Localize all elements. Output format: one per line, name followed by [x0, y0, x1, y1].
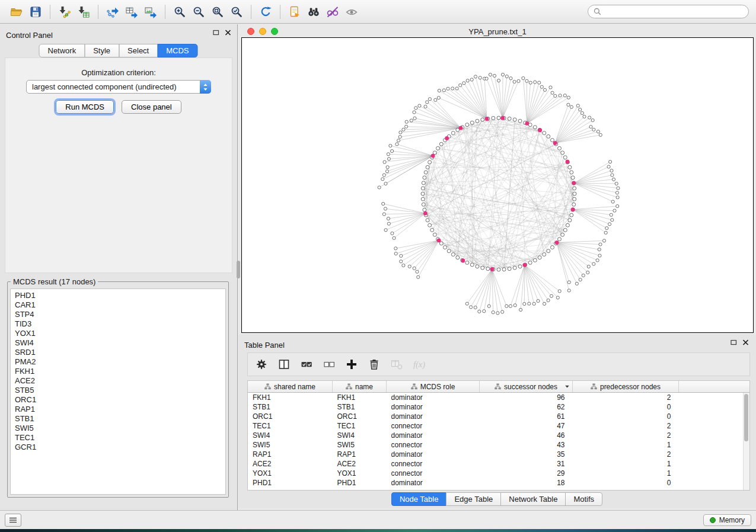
panel-list-button[interactable]	[5, 514, 21, 527]
add-column-button[interactable]	[343, 355, 361, 373]
table-column-icon	[591, 383, 597, 390]
column-header-predecessors[interactable]: predecessor nodes	[573, 381, 679, 393]
table-panel-float-icon[interactable]	[731, 339, 737, 345]
export-table-button[interactable]	[122, 3, 141, 21]
tab-style[interactable]: Style	[84, 44, 119, 57]
settings-gear-icon	[255, 358, 268, 371]
export-network-icon	[106, 5, 119, 18]
zoom-out-button[interactable]	[189, 3, 208, 21]
table-row[interactable]: SWI5SWI5connector431	[248, 440, 749, 450]
mcds-result-item[interactable]: STP4	[15, 310, 225, 319]
mcds-result-item[interactable]: RAP1	[15, 405, 225, 414]
table-row[interactable]: ORC1ORC1dominator610	[248, 412, 749, 421]
control-panel-tabs: NetworkStyleSelectMCDS	[39, 44, 197, 57]
close-panel-button[interactable]: Close panel	[122, 100, 181, 114]
zoom-in-button[interactable]	[170, 3, 189, 21]
mcds-result-item[interactable]: STB1	[15, 414, 225, 424]
export-image-button[interactable]	[141, 3, 160, 21]
mcds-result-item[interactable]: YOX1	[15, 329, 225, 338]
control-panel-close-icon[interactable]	[225, 30, 231, 36]
table-row[interactable]: PHD1PHD1dominator180	[248, 478, 749, 488]
mcds-result-item[interactable]: STB5	[15, 386, 225, 395]
refresh-button[interactable]	[256, 3, 275, 21]
settings-gear-button[interactable]	[253, 355, 270, 373]
control-panel-title: Control Panel	[6, 31, 53, 40]
toolbar-separator	[165, 5, 165, 19]
splitter-handle[interactable]	[237, 261, 240, 278]
memory-button[interactable]: Memory	[703, 514, 751, 526]
export-image-icon	[144, 5, 157, 18]
show-details-button[interactable]	[342, 3, 361, 21]
search-box[interactable]	[588, 5, 749, 18]
table-column-icon	[495, 383, 501, 390]
tab-network-table[interactable]: Network Table	[500, 492, 566, 506]
mcds-result-list[interactable]: PHD1CAR1STP4TID3YOX1SWI4SRD1PMA2FKH1ACE2…	[10, 289, 226, 495]
criterion-dropdown[interactable]: largest connected component (undirected)	[26, 80, 211, 94]
import-network-button[interactable]	[55, 3, 74, 21]
table-row[interactable]: FKH1FKH1dominator962	[248, 393, 749, 403]
mcds-result-item[interactable]: PHD1	[15, 291, 225, 300]
zoom-fit-button[interactable]	[208, 3, 227, 21]
mcds-result-item[interactable]: CAR1	[15, 300, 225, 310]
deselect-all-button[interactable]	[320, 355, 338, 373]
tab-motifs[interactable]: Motifs	[565, 492, 602, 506]
network-graph[interactable]	[242, 38, 753, 332]
table-body: FKH1FKH1dominator962STB1STB1dominator620…	[248, 393, 749, 488]
run-mcds-button[interactable]: Run MCDS	[56, 100, 114, 114]
delete-column-button[interactable]	[365, 355, 383, 373]
mcds-result-item[interactable]: ORC1	[15, 395, 225, 405]
select-all-button[interactable]	[298, 355, 315, 373]
table-scrollbar[interactable]	[743, 393, 749, 490]
mcds-result-item[interactable]: SWI5	[15, 424, 225, 433]
mcds-result-item[interactable]: SWI4	[15, 338, 225, 348]
memory-label: Memory	[719, 516, 745, 524]
network-window-titlebar[interactable]: YPA_prune.txt_1	[241, 27, 754, 37]
toolbar-separator	[50, 5, 50, 19]
zoom-in-icon	[173, 5, 186, 18]
scrollbar-thumb[interactable]	[744, 394, 748, 441]
column-header-name[interactable]: name	[333, 381, 387, 393]
tab-edge-table[interactable]: Edge Table	[446, 492, 501, 506]
mcds-result-item[interactable]: TID3	[15, 319, 225, 329]
search-network-button[interactable]	[304, 3, 323, 21]
column-header-shared_name[interactable]: shared name	[248, 381, 333, 393]
column-header-successors[interactable]: successor nodes	[480, 381, 573, 393]
table-row[interactable]: ACE2ACE2connector311	[248, 459, 749, 469]
delete-table-button[interactable]	[388, 355, 406, 373]
save-button[interactable]	[26, 3, 45, 21]
desktop-wallpaper-strip	[0, 529, 756, 532]
control-panel-float-icon[interactable]	[213, 30, 219, 36]
table-panel-close-icon[interactable]	[742, 339, 749, 345]
show-column-button[interactable]	[275, 355, 293, 373]
mcds-result-item[interactable]: SRD1	[15, 348, 225, 357]
table-row[interactable]: TEC1TEC1connector472	[248, 421, 749, 431]
table-row[interactable]: SWI4SWI4dominator462	[248, 431, 749, 440]
export-document-button[interactable]	[285, 3, 304, 21]
import-table-button[interactable]	[74, 3, 93, 21]
search-input[interactable]	[605, 7, 743, 17]
table-row[interactable]: RAP1RAP1dominator352	[248, 450, 749, 459]
zoom-selected-icon	[230, 5, 243, 18]
table-row[interactable]: YOX1YOX1connector291	[248, 469, 749, 478]
mcds-result-item[interactable]: TEC1	[15, 433, 225, 443]
hide-details-button[interactable]	[323, 3, 342, 21]
tab-mcds[interactable]: MCDS	[157, 44, 197, 57]
table-row[interactable]: STB1STB1dominator620	[248, 402, 749, 412]
column-header-role[interactable]: MCDS role	[387, 381, 480, 393]
mcds-result-fieldset: MCDS result (17 nodes) PHD1CAR1STP4TID3Y…	[7, 277, 229, 498]
select-all-icon	[300, 358, 313, 371]
mcds-result-item[interactable]: PMA2	[15, 357, 225, 367]
mcds-result-item[interactable]: GCR1	[15, 443, 225, 452]
tab-node-table[interactable]: Node Table	[391, 492, 447, 506]
function-builder-button[interactable]: f(x)	[410, 355, 428, 373]
network-canvas[interactable]	[241, 37, 754, 333]
open-folder-button[interactable]	[7, 3, 26, 21]
export-network-button[interactable]	[103, 3, 122, 21]
tab-network[interactable]: Network	[39, 44, 85, 57]
zoom-selected-button[interactable]	[227, 3, 246, 21]
tab-select[interactable]: Select	[119, 44, 158, 57]
mcds-result-item[interactable]: ACE2	[15, 376, 225, 386]
mcds-buttons-row: Run MCDS Close panel	[0, 100, 237, 114]
mcds-result-item[interactable]: FKH1	[15, 367, 225, 376]
table-column-icon	[411, 383, 417, 390]
